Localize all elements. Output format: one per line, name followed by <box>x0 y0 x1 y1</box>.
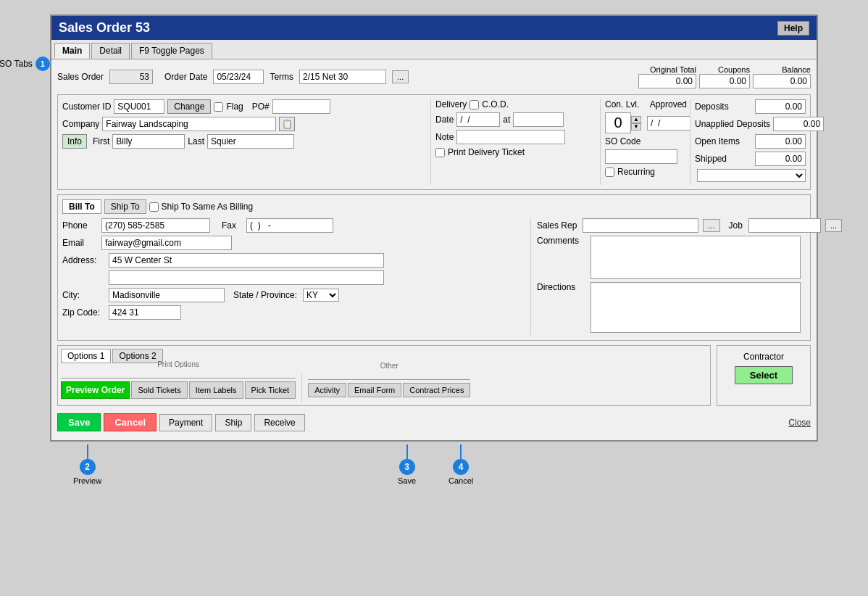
contractor-select-button[interactable]: Select <box>735 366 793 384</box>
pick-ticket-button[interactable]: Pick Ticket <box>245 381 296 399</box>
bill-to-tab[interactable]: Bill To <box>62 199 101 214</box>
tab-detail[interactable]: Detail <box>91 43 130 59</box>
save-button[interactable]: Save <box>57 413 101 431</box>
flag-checkbox[interactable] <box>214 102 223 112</box>
terms-input[interactable]: 2/15 Net 30 <box>299 70 386 84</box>
date-label: Date <box>435 115 454 125</box>
delivery-date-input[interactable]: / / <box>456 112 500 127</box>
unapplied-label: Unapplied Deposits <box>695 119 770 129</box>
open-items-label: Open Items <box>695 136 740 146</box>
customer-id-label: Customer ID <box>62 102 111 112</box>
preview-annotation-label: Preview <box>73 476 101 485</box>
save-bubble: 3 <box>399 459 415 475</box>
preview-annotation: 2 Preview <box>73 444 101 485</box>
terms-label: Terms <box>270 72 293 82</box>
so-code-input[interactable] <box>605 149 677 164</box>
ship-button[interactable]: Ship <box>215 414 251 431</box>
zip-input[interactable]: 424 31 <box>109 305 181 320</box>
delivery-section: Delivery C.O.D. Date / / at Note <box>430 99 597 185</box>
job-label: Job <box>729 220 743 231</box>
state-select[interactable]: KY <box>303 289 339 302</box>
company-input[interactable]: Fairway Landscaping <box>102 117 276 131</box>
con-lvl-up[interactable]: ▲ <box>631 116 641 123</box>
job-dots[interactable]: ... <box>825 219 842 232</box>
note-input[interactable] <box>456 130 565 144</box>
address2-input[interactable] <box>109 270 384 285</box>
zip-label: Zip Code: <box>62 307 106 318</box>
customer-id-input[interactable]: SQU001 <box>114 99 164 114</box>
job-input[interactable] <box>748 218 821 233</box>
options-tab-2[interactable]: Options 2 <box>112 349 162 363</box>
activity-button[interactable]: Activity <box>308 383 346 397</box>
payment-button[interactable]: Payment <box>159 414 212 431</box>
ship-same-checkbox[interactable] <box>149 202 159 212</box>
right-panel: Sales Rep ... Job ... Comments Di <box>530 218 806 336</box>
contract-prices-label: Contract Prices <box>409 386 464 394</box>
email-form-button[interactable]: Email Form <box>348 383 401 397</box>
tab-main[interactable]: Main <box>54 43 90 59</box>
email-label: Email <box>62 238 99 248</box>
deposits-label: Deposits <box>695 102 729 112</box>
print-delivery-label: Print Delivery Ticket <box>448 147 525 157</box>
info-label[interactable]: Info <box>62 134 87 149</box>
preview-order-button[interactable]: Preview Order <box>61 381 130 399</box>
state-label: State / Province: <box>233 290 297 300</box>
window-title: Sales Order 53 <box>59 20 150 36</box>
pick-ticket-label: Pick Ticket <box>251 386 290 394</box>
terms-dots-button[interactable]: ... <box>392 70 409 83</box>
delivery-label: Delivery <box>435 99 467 109</box>
comments-label: Comments <box>537 236 588 246</box>
activity-label: Activity <box>314 386 340 394</box>
con-lvl-input[interactable]: 0 <box>605 112 631 133</box>
po-input[interactable] <box>272 99 330 114</box>
so-tabs-bubble: 1 <box>36 57 50 71</box>
comments-textarea[interactable] <box>591 236 801 279</box>
copy-button[interactable]: 📋 <box>279 117 295 131</box>
delivery-at-input[interactable] <box>513 112 564 127</box>
receive-button[interactable]: Receive <box>254 414 304 431</box>
other-label: Other <box>380 362 398 370</box>
ship-to-tab[interactable]: Ship To <box>104 199 146 214</box>
tab-f9toggle[interactable]: F9 Toggle Pages <box>131 43 212 59</box>
tabs-bar: Main Detail F9 Toggle Pages <box>51 40 817 59</box>
contract-prices-button[interactable]: Contract Prices <box>403 383 470 397</box>
totals-group: Original Total 0.00 Coupons 0.00 Balance… <box>638 65 811 88</box>
help-button[interactable]: Help <box>777 21 809 36</box>
at-label: at <box>503 115 510 125</box>
options-tab-1[interactable]: Options 1 <box>61 349 111 363</box>
deposits-section: Deposits 0.00 Unapplied Deposits 0.00 Op… <box>690 99 806 185</box>
print-delivery-checkbox[interactable] <box>435 148 445 157</box>
sold-tickets-button[interactable]: Sold Tickets <box>131 381 187 399</box>
phone-input[interactable]: (270) 585-2585 <box>101 218 210 233</box>
sales-rep-dots[interactable]: ... <box>703 219 719 232</box>
order-date-input[interactable]: 05/23/24 <box>213 70 264 84</box>
fax-input[interactable]: ( ) - <box>246 218 333 233</box>
directions-textarea[interactable] <box>591 282 801 333</box>
sales-order-input[interactable]: 53 <box>109 70 153 84</box>
shipped-label: Shipped <box>695 154 727 164</box>
recurring-checkbox[interactable] <box>605 167 614 177</box>
preview-bubble: 2 <box>80 459 96 475</box>
save-annotation: 3 Save <box>398 444 416 485</box>
last-input[interactable]: Squier <box>207 134 294 149</box>
item-labels-button[interactable]: Item Labels <box>189 381 243 399</box>
close-button[interactable]: Close <box>788 418 811 428</box>
contractor-label: Contractor <box>743 352 784 362</box>
first-input[interactable]: Billy <box>112 134 185 149</box>
email-input[interactable]: fairway@gmail.com <box>101 236 232 250</box>
cancel-button[interactable]: Cancel <box>104 413 157 431</box>
address-label: Address: <box>62 255 106 265</box>
cod-checkbox[interactable] <box>470 100 479 109</box>
order-date-label: Order Date <box>164 72 207 82</box>
deposits-dropdown[interactable] <box>697 169 806 182</box>
cod-label: C.O.D. <box>482 99 509 109</box>
address1-input[interactable]: 45 W Center St <box>109 253 384 268</box>
save-annotation-label: Save <box>398 476 416 485</box>
city-input[interactable]: Madisonville <box>109 288 225 302</box>
city-label: City: <box>62 290 106 300</box>
sales-rep-input[interactable] <box>583 218 698 233</box>
change-button[interactable]: Change <box>167 99 211 114</box>
con-lvl-down[interactable]: ▼ <box>631 123 641 131</box>
last-label: Last <box>188 136 204 146</box>
approved-input[interactable]: / / <box>647 116 690 131</box>
